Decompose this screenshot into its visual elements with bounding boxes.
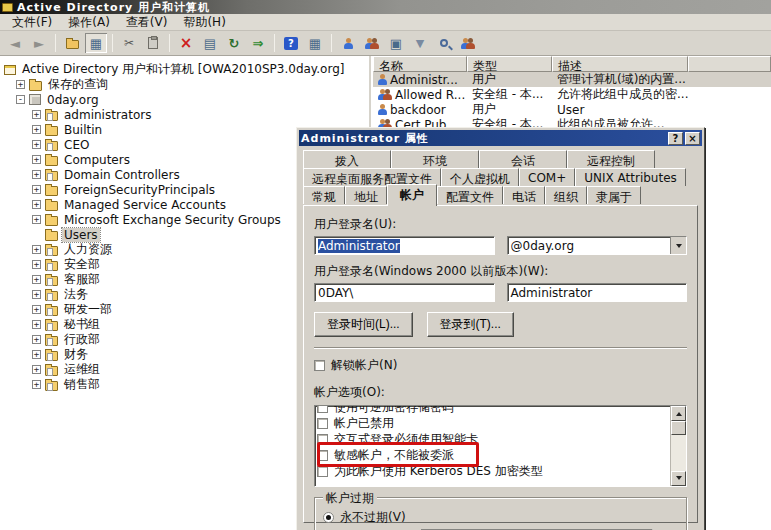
expand-icon[interactable]: + xyxy=(16,80,25,89)
scroll-up-icon[interactable] xyxy=(671,406,686,421)
tree-item-administrators[interactable]: + administrators xyxy=(0,107,369,122)
expand-icon[interactable]: + xyxy=(32,125,41,134)
forward-icon[interactable]: ► xyxy=(28,33,50,53)
menu-help[interactable]: 帮助(H) xyxy=(175,13,233,32)
dialog-close-button[interactable]: × xyxy=(685,132,700,145)
export-list-icon[interactable]: ⇒ xyxy=(247,33,269,53)
tree-item-saved-queries[interactable]: + 保存的查询 xyxy=(0,77,369,92)
tab-telephones[interactable]: 电话 xyxy=(503,186,545,204)
toolbar-separator xyxy=(274,34,275,52)
menu-file[interactable]: 文件(F) xyxy=(4,13,60,32)
scrollbar-thumb[interactable] xyxy=(671,421,686,435)
tab-com-plus[interactable]: COM+ xyxy=(519,168,575,186)
expand-icon[interactable]: + xyxy=(32,245,41,254)
expand-icon[interactable]: + xyxy=(32,335,41,344)
never-expires-radio[interactable] xyxy=(323,512,334,523)
ou-folder-icon xyxy=(45,276,58,286)
filter-icon[interactable]: ▼ xyxy=(409,33,431,53)
option-account-disabled[interactable]: 帐户已禁用 xyxy=(317,415,684,431)
upn-suffix-combo[interactable]: @0day.org xyxy=(507,236,687,255)
expand-icon[interactable]: + xyxy=(32,365,41,374)
properties-icon[interactable]: ▤ xyxy=(199,33,221,53)
pre2000-name-input[interactable]: Administrator xyxy=(507,283,688,302)
list-row-administrator[interactable]: Administr... 用户 管理计算机(域)的内置... xyxy=(373,72,771,87)
account-options-list[interactable]: 使用可逆加密存储密码 帐户已禁用 交互式登录必须使用智能卡 敏感帐户，不能被委派 xyxy=(314,405,687,487)
tab-personal-vm[interactable]: 个人虚拟机 xyxy=(441,168,519,186)
tab-general[interactable]: 常规 xyxy=(303,186,345,204)
option-sensitive-no-delegation[interactable]: 敏感帐户，不能被委派 xyxy=(317,447,684,463)
tree-item-root[interactable]: Active Directory 用户和计算机 [OWA2010SP3.0day… xyxy=(0,62,369,77)
expand-icon[interactable]: + xyxy=(32,215,41,224)
expand-icon[interactable]: + xyxy=(32,380,41,389)
logon-hours-button[interactable]: 登录时间(L)... xyxy=(314,312,413,337)
ou-folder-icon xyxy=(45,321,58,331)
option-smartcard-required[interactable]: 交互式登录必须使用智能卡 xyxy=(317,431,684,447)
options-scrollbar[interactable] xyxy=(670,406,686,486)
checkbox[interactable] xyxy=(317,450,328,461)
expand-icon[interactable]: + xyxy=(32,185,41,194)
cut-icon[interactable]: ✂ xyxy=(118,33,140,53)
menu-action[interactable]: 操作(A) xyxy=(60,13,118,32)
dialog-titlebar[interactable]: Administrator 属性 ? × xyxy=(299,130,702,146)
menu-view[interactable]: 查看(V) xyxy=(118,13,176,32)
checkbox[interactable] xyxy=(317,405,328,413)
add-to-group-icon[interactable] xyxy=(457,33,479,53)
paste-icon[interactable] xyxy=(142,33,164,53)
column-header-type[interactable]: 类型 xyxy=(467,56,552,72)
expand-icon[interactable]: + xyxy=(32,155,41,164)
console-tree-toggle-icon[interactable]: ▦ xyxy=(85,33,107,53)
option-reversible-encryption[interactable]: 使用可逆加密存储密码 xyxy=(317,405,684,415)
folder-icon xyxy=(45,201,58,211)
tab-profile[interactable]: 配置文件 xyxy=(437,186,503,204)
find-icon[interactable] xyxy=(433,33,455,53)
new-group-icon[interactable] xyxy=(361,33,383,53)
expand-icon[interactable]: + xyxy=(32,170,41,179)
tab-remote-control[interactable]: 远程控制 xyxy=(567,150,655,168)
expand-icon[interactable]: + xyxy=(32,140,41,149)
expand-icon[interactable]: + xyxy=(32,275,41,284)
scroll-down-icon[interactable] xyxy=(671,471,686,486)
list-row-allowed-rodc[interactable]: Allowed R... 安全组 - 本... 允许将此组中成员的密... xyxy=(373,87,771,102)
tab-account[interactable]: 帐户 xyxy=(387,184,437,206)
logon-to-button[interactable]: 登录到(T)... xyxy=(427,312,514,337)
tab-organization[interactable]: 组织 xyxy=(545,186,587,204)
column-header-description[interactable]: 描述 xyxy=(552,56,688,72)
delete-icon[interactable]: × xyxy=(175,33,197,53)
tab-environment[interactable]: 环境 xyxy=(391,150,479,168)
expand-icon[interactable]: + xyxy=(32,290,41,299)
new-ou-icon[interactable]: ▣ xyxy=(385,33,407,53)
option-kerberos-des[interactable]: 为此帐户使用 Kerberos DES 加密类型 xyxy=(317,463,684,479)
new-user-icon[interactable] xyxy=(337,33,359,53)
unlock-account-checkbox[interactable] xyxy=(314,360,325,371)
expand-icon[interactable]: + xyxy=(32,305,41,314)
help-icon[interactable]: ? xyxy=(280,33,302,53)
column-header-blank xyxy=(688,56,771,72)
refresh-icon[interactable]: ↻ xyxy=(223,33,245,53)
expand-icon[interactable]: + xyxy=(32,110,41,119)
back-icon[interactable]: ◄ xyxy=(4,33,26,53)
tab-unix-attributes[interactable]: UNIX Attributes xyxy=(575,168,686,186)
tab-address[interactable]: 地址 xyxy=(345,186,387,204)
checkbox[interactable] xyxy=(317,434,328,445)
pre2000-domain-input[interactable]: 0DAY\ xyxy=(314,283,495,302)
checkbox[interactable] xyxy=(317,418,328,429)
chevron-down-icon[interactable] xyxy=(670,237,686,254)
expand-icon[interactable]: + xyxy=(32,260,41,269)
logon-name-input[interactable]: Administrator xyxy=(314,236,495,255)
ou-folder-icon xyxy=(45,291,58,301)
window-icon[interactable]: ▦ xyxy=(304,33,326,53)
expand-icon[interactable]: + xyxy=(32,200,41,209)
dialog-help-button[interactable]: ? xyxy=(668,132,683,145)
checkbox[interactable] xyxy=(317,466,328,477)
toolbar: ◄ ► ▦ ✂ × ▤ ↻ ⇒ ? ▦ ▣ ▼ xyxy=(0,31,771,56)
collapse-icon[interactable]: - xyxy=(16,95,25,104)
tab-sessions[interactable]: 会话 xyxy=(479,150,567,168)
tab-dial-in[interactable]: 拨入 xyxy=(303,150,391,168)
list-row-backdoor[interactable]: backdoor 用户 User xyxy=(373,102,771,117)
tree-item-domain[interactable]: - 0day.org xyxy=(0,92,369,107)
column-header-name[interactable]: 名称 xyxy=(373,56,467,72)
expand-icon[interactable]: + xyxy=(32,320,41,329)
expand-icon[interactable]: + xyxy=(32,350,41,359)
open-folder-icon[interactable] xyxy=(61,33,83,53)
tab-member-of[interactable]: 隶属于 xyxy=(587,186,641,204)
